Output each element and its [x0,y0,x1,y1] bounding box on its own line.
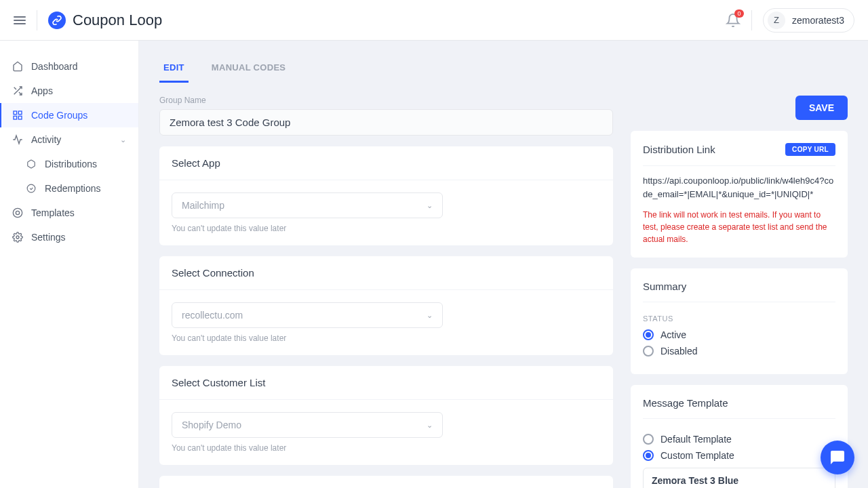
radio-icon [643,434,654,445]
radio-label: Active [660,329,686,340]
tab-edit[interactable]: EDIT [159,54,189,83]
svg-rect-4 [18,111,22,115]
sidebar-item-label: Distributions [45,159,97,169]
divider [37,10,37,30]
helper-text: You can't update this value later [172,224,601,233]
tab-manual-codes[interactable]: MANUAL CODES [208,54,290,83]
chevron-down-icon: ⌄ [120,136,126,144]
connection-select[interactable]: recollectu.com ⌄ [172,302,443,328]
home-icon [12,61,23,72]
group-name-input[interactable] [159,109,613,136]
select-value: Shopify Demo [182,420,241,430]
sidebar-item-label: Code Groups [31,110,87,121]
sidebar-item-label: Dashboard [31,61,78,72]
save-button[interactable]: SAVE [795,96,848,120]
card-title: Message Template [643,397,835,409]
package-icon [26,159,37,169]
copy-url-button[interactable]: COPY URL [785,143,835,156]
radio-icon [643,346,654,357]
logo-icon [48,12,66,29]
sidebar: Dashboard Apps Code Groups Activity ⌄ Di… [0,41,139,488]
grid-icon [12,110,23,121]
svg-rect-3 [14,111,17,115]
chevron-down-icon: ⌄ [427,421,433,430]
gear-icon [12,232,23,243]
svg-rect-6 [14,116,17,119]
radio-icon [643,450,654,461]
radio-label: Disabled [660,346,697,357]
header-left: Coupon Loop [14,10,162,30]
app-select[interactable]: Mailchimp ⌄ [172,192,443,218]
svg-point-8 [13,208,22,217]
template-name: Zemora Test 3 Blue [652,475,827,486]
sidebar-item-apps[interactable]: Apps [0,79,138,103]
sidebar-item-label: Apps [31,85,53,96]
sidebar-item-label: Redemptions [45,183,101,194]
username: zemoratest3 [792,15,844,26]
user-menu[interactable]: Z zemoratest3 [763,8,854,33]
notifications-button[interactable]: 0 [726,13,741,28]
sidebar-item-label: Templates [31,207,75,218]
select-value: recollectu.com [182,310,243,321]
select-connection-card: Select Connection recollectu.com ⌄ You c… [159,256,613,355]
chat-icon [829,449,846,466]
selected-template-box[interactable]: Zemora Test 3 Blue [643,468,835,488]
group-name-label: Group Name [159,96,613,105]
sidebar-item-templates[interactable]: Templates [0,201,138,225]
status-heading: STATUS [643,314,835,323]
header-right: 0 Z zemoratest3 [726,8,854,33]
discount-type-card: Discount Type Amount off order [159,476,613,488]
chat-widget-button[interactable] [821,441,854,474]
avatar: Z [768,12,785,29]
summary-card: Summary STATUS Active Disabled [631,268,848,374]
sidebar-item-activity[interactable]: Activity ⌄ [0,127,138,152]
svg-point-9 [16,211,19,214]
template-icon [12,207,23,218]
radio-icon [643,329,654,340]
chevron-down-icon: ⌄ [427,201,433,210]
sidebar-item-distributions[interactable]: Distributions [0,152,138,176]
svg-point-10 [16,236,19,239]
card-title: Distribution Link [643,144,715,155]
sidebar-item-redemptions[interactable]: Redemptions [0,176,138,201]
helper-text: You can't update this value later [172,333,601,343]
customer-list-select[interactable]: Shopify Demo ⌄ [172,412,443,438]
svg-point-7 [27,184,35,192]
sidebar-item-code-groups[interactable]: Code Groups [0,103,138,127]
notification-badge: 0 [734,9,744,18]
app-logo[interactable]: Coupon Loop [48,12,162,29]
sidebar-item-settings[interactable]: Settings [0,225,138,249]
select-customer-card: Select Customer List Shopify Demo ⌄ You … [159,366,613,465]
check-circle-icon [26,184,37,193]
activity-icon [12,134,23,145]
template-custom-option[interactable]: Custom Template [643,450,835,461]
radio-label: Default Template [660,434,732,445]
chevron-down-icon: ⌄ [427,311,433,320]
distribution-warning: The link will not work in test emails. I… [643,209,835,245]
card-title: Discount Type [159,476,613,488]
apps-icon [12,85,23,96]
app-header: Coupon Loop 0 Z zemoratest3 [0,0,868,41]
menu-toggle-button[interactable] [14,16,26,24]
card-title: Select App [159,146,613,180]
distribution-link-text: https://api.couponloop.io/public/link/w4… [643,165,835,201]
helper-text: You can't update this value later [172,443,601,453]
select-app-card: Select App Mailchimp ⌄ You can't update … [159,146,613,245]
template-default-option[interactable]: Default Template [643,434,835,445]
sidebar-item-label: Settings [31,232,66,243]
select-value: Mailchimp [182,200,224,211]
svg-line-2 [14,87,16,89]
card-title: Select Customer List [159,366,613,399]
status-active-option[interactable]: Active [643,329,835,340]
main-content: EDIT MANUAL CODES Group Name Select App … [139,41,868,488]
divider [751,10,752,30]
sidebar-item-label: Activity [31,134,61,145]
radio-label: Custom Template [660,450,734,461]
status-disabled-option[interactable]: Disabled [643,346,835,357]
distribution-link-card: Distribution Link COPY URL https://api.c… [631,131,848,258]
card-title: Select Connection [159,256,613,289]
sidebar-item-dashboard[interactable]: Dashboard [0,54,138,79]
app-name: Coupon Loop [73,12,162,29]
card-title: Summary [643,281,835,292]
message-template-card: Message Template Default Template Custom… [631,385,848,488]
